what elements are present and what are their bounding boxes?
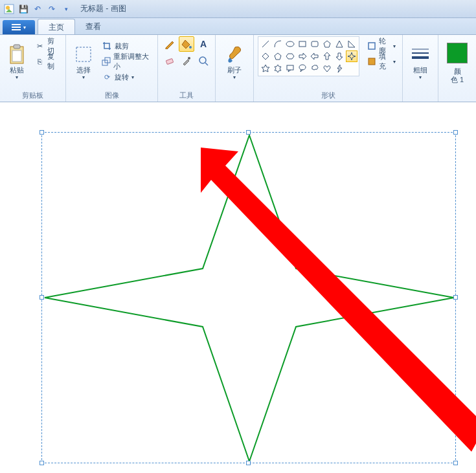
doc-title: 无标题	[80, 4, 104, 13]
shape-diamond[interactable]	[260, 50, 271, 62]
fill-icon	[367, 56, 376, 67]
handle-top-right[interactable]	[453, 130, 458, 135]
shape-hexagon[interactable]	[284, 50, 296, 62]
rotate-label: 旋转	[115, 72, 129, 82]
canvas-sheet[interactable]	[5, 107, 471, 468]
crop-button[interactable]: 裁剪	[99, 39, 153, 53]
select-button[interactable]: 选择 ▾	[70, 36, 96, 88]
dropdown-icon: ▾	[393, 59, 396, 65]
fill-tool[interactable]	[179, 36, 194, 52]
shape-pentagon[interactable]	[272, 50, 284, 62]
dropdown-icon: ▾	[419, 74, 422, 80]
tab-view[interactable]: 查看	[75, 19, 111, 34]
shape-rtriangle[interactable]	[346, 38, 357, 50]
shape-line[interactable]	[260, 38, 271, 50]
stroke-label: 粗细	[413, 66, 427, 74]
group-stroke: 粗细 ▾	[403, 35, 438, 102]
svg-rect-3	[12, 27, 21, 28]
shape-heart[interactable]	[321, 63, 333, 74]
group-brushes: 刷子 ▾	[216, 35, 254, 102]
brushes-button[interactable]: 刷子 ▾	[220, 36, 249, 88]
dropdown-icon: ▾	[23, 25, 26, 30]
app-name: 画图	[111, 4, 126, 13]
handle-bottom-right[interactable]	[453, 461, 458, 465]
pencil-tool[interactable]	[162, 36, 177, 52]
group-tools-label: 工具	[162, 91, 211, 102]
eyedropper-tool[interactable]	[179, 53, 194, 69]
svg-marker-24	[275, 53, 281, 60]
svg-rect-36	[368, 43, 375, 49]
save-button[interactable]: 💾	[17, 3, 30, 16]
shape-lightning[interactable]	[334, 63, 345, 74]
svg-marker-23	[262, 53, 269, 60]
resize-button[interactable]: 重新调整大小	[99, 54, 153, 69]
outline-icon	[367, 41, 376, 51]
shape-callout-cloud[interactable]	[309, 63, 321, 74]
handle-top-left[interactable]	[40, 130, 44, 135]
brushes-label: 刷子	[227, 66, 242, 74]
app-icon[interactable]	[3, 3, 16, 16]
resize-icon	[102, 56, 111, 67]
shape-5star[interactable]	[260, 63, 271, 74]
shape-arrow-d[interactable]	[334, 50, 345, 62]
scissors-icon: ✂	[36, 41, 45, 51]
shape-selection[interactable]	[41, 132, 456, 463]
shape-6star[interactable]	[272, 63, 284, 74]
eraser-tool[interactable]	[162, 53, 177, 69]
shape-triangle[interactable]	[334, 38, 345, 50]
shape-curve[interactable]	[272, 38, 284, 50]
dropdown-icon: ▾	[16, 74, 18, 80]
dropdown-icon: ▾	[82, 74, 85, 80]
shape-callout-round[interactable]	[297, 63, 308, 74]
tab-home[interactable]: 主页	[38, 19, 75, 34]
handle-bottom-center[interactable]	[246, 461, 251, 465]
svg-rect-33	[287, 65, 293, 70]
shape-fill-button[interactable]: 填充 ▾	[365, 54, 398, 69]
shape-oval[interactable]	[284, 38, 296, 50]
svg-rect-8	[76, 47, 91, 61]
handle-left-center[interactable]	[40, 295, 44, 300]
clipboard-icon	[6, 44, 27, 65]
shape-polygon[interactable]	[321, 38, 333, 50]
cut-button[interactable]: ✂ 剪切	[33, 39, 62, 53]
shape-arrow-u[interactable]	[321, 50, 333, 62]
svg-rect-7	[12, 50, 21, 61]
stroke-width-button[interactable]: 粗细 ▾	[407, 36, 434, 88]
save-icon: 💾	[19, 5, 28, 14]
svg-line-15	[205, 63, 208, 65]
canvas-area[interactable]	[0, 102, 476, 473]
shape-outline-button[interactable]: 轮廓 ▾	[365, 39, 398, 53]
svg-rect-2	[12, 24, 21, 25]
shape-rect[interactable]	[297, 38, 308, 50]
svg-rect-6	[14, 45, 20, 49]
title-bar: 💾 ↶ ↷ ▾ 无标题 - 画图	[0, 0, 476, 18]
qat-customize[interactable]: ▾	[60, 3, 73, 16]
magnifier-tool[interactable]	[196, 53, 211, 69]
copy-button[interactable]: ⎘ 复制	[33, 54, 62, 69]
rotate-icon: ⟳	[102, 72, 112, 82]
text-tool[interactable]: A	[196, 36, 211, 52]
quick-access-toolbar: 💾 ↶ ↷ ▾	[3, 3, 73, 16]
handle-bottom-left[interactable]	[40, 461, 44, 465]
file-menu-button[interactable]: ▾	[3, 20, 35, 34]
color1-button[interactable]: 颜色 1	[442, 36, 472, 88]
fill-label: 填充	[379, 52, 391, 71]
shape-arrow-r[interactable]	[297, 50, 308, 62]
star-shape[interactable]	[42, 133, 457, 464]
shapes-gallery[interactable]	[258, 36, 359, 76]
undo-button[interactable]: ↶	[31, 3, 44, 16]
paste-button[interactable]: 粘贴 ▾	[4, 36, 30, 88]
tools-grid: A	[162, 36, 211, 69]
handle-right-center[interactable]	[453, 295, 458, 300]
redo-button[interactable]: ↷	[45, 3, 58, 16]
shape-roundrect[interactable]	[309, 38, 321, 50]
handle-top-center[interactable]	[246, 130, 251, 135]
shape-4star[interactable]	[346, 50, 357, 62]
group-tools: A 工具	[158, 35, 216, 102]
svg-marker-25	[286, 54, 294, 59]
svg-marker-27	[311, 53, 318, 60]
rotate-button[interactable]: ⟳ 旋转 ▾	[99, 70, 153, 84]
shape-arrow-l[interactable]	[309, 50, 321, 62]
window-title: 无标题 - 画图	[80, 3, 126, 14]
shape-callout-rect[interactable]	[284, 63, 296, 74]
